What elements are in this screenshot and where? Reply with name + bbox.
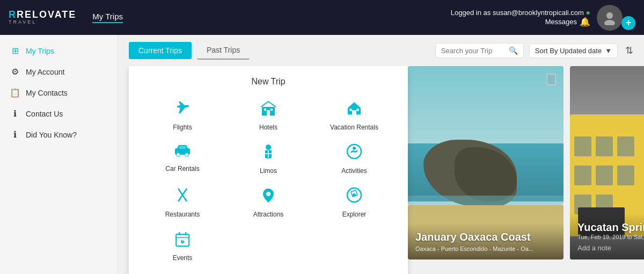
activities-icon <box>346 143 363 164</box>
tab-current-trips[interactable]: Current Trips <box>129 42 192 59</box>
trip-item-limos[interactable]: Limos <box>225 140 311 178</box>
sidebar-item-label: Contact Us <box>26 110 63 118</box>
oaxaca-card-content: January Oaxaca Coast Oaxaca - Puerto Esc… <box>408 223 564 259</box>
header-right: Logged in as susan@brooklyntropicali.com… <box>451 5 635 31</box>
trip-item-restaurants[interactable]: Restaurants <box>140 183 225 221</box>
svg-rect-6 <box>352 110 356 114</box>
trip-item-hotels[interactable]: Hotels <box>225 96 311 134</box>
yucatan-card-content: Yucatan Spring Trip Tue, Feb 19, 2019 to… <box>570 213 644 259</box>
trip-card-oaxaca[interactable]: January Oaxaca Coast Oaxaca - Puerto Esc… <box>408 66 564 259</box>
add-button[interactable]: + <box>621 16 635 30</box>
svg-point-0 <box>606 12 613 19</box>
trip-item-attractions[interactable]: Attractions <box>225 183 311 221</box>
limos-icon <box>260 143 277 164</box>
search-input[interactable] <box>441 47 506 55</box>
header: RRELOVATE TRAVEL My Trips Logged in as s… <box>0 0 644 35</box>
trip-card-yucatan[interactable]: Yucatan Spring Trip Tue, Feb 19, 2019 to… <box>570 66 644 259</box>
explorer-icon <box>346 186 363 207</box>
sidebar-item-did-you-know[interactable]: ℹ Did You Know? <box>0 124 118 145</box>
sort-dropdown-icon: ▼ <box>605 47 612 55</box>
new-trip-dropdown: New Trip Flights <box>129 66 408 274</box>
sidebar-item-label: My Trips <box>26 47 54 55</box>
cards-area: New Trip Flights <box>118 66 644 274</box>
logo-text: RRELOVATE <box>9 10 76 20</box>
trip-item-explorer[interactable]: Explorer <box>311 183 397 221</box>
vacation-rentals-label: Vacation Rentals <box>330 124 378 131</box>
svg-rect-8 <box>356 109 359 111</box>
tab-past-trips[interactable]: Past Trips <box>197 41 250 60</box>
attractions-label: Attractions <box>253 211 284 218</box>
logo: RRELOVATE TRAVEL <box>9 10 76 26</box>
svg-point-11 <box>185 153 189 157</box>
new-trip-title: New Trip <box>140 77 397 86</box>
trip-cards: January Oaxaca Coast Oaxaca - Puerto Esc… <box>408 66 644 265</box>
logged-in-email: Logged in as susan@brooklyntropicali.com… <box>451 8 590 17</box>
logo-subtitle: TRAVEL <box>9 20 76 25</box>
attractions-icon <box>260 186 277 207</box>
content-area: Current Trips Past Trips 🔍 Sort By Updat… <box>118 35 644 274</box>
yucatan-title: Yucatan Spring Trip <box>577 221 644 234</box>
svg-point-13 <box>266 145 271 150</box>
question-icon: ℹ <box>10 129 20 140</box>
sidebar-item-label: Did You Know? <box>26 131 77 139</box>
sidebar-item-my-trips[interactable]: ⊞ My Trips <box>0 40 118 61</box>
trip-item-activities[interactable]: Activities <box>311 140 397 178</box>
sidebar: ⊞ My Trips ⚙ My Account 📋 My Contacts ℹ … <box>0 35 118 274</box>
add-note-label[interactable]: Add a note <box>577 244 611 252</box>
svg-rect-5 <box>270 109 273 111</box>
restaurants-icon <box>174 186 191 207</box>
yucatan-date: Tue, Feb 19, 2019 to Sat, Mar 02, 2019 <box>577 234 644 240</box>
trip-item-vacation-rentals[interactable]: Vacation Rentals <box>311 96 397 134</box>
sidebar-item-my-contacts[interactable]: 📋 My Contacts <box>0 82 118 103</box>
svg-rect-7 <box>349 109 352 111</box>
trip-item-flights[interactable]: Flights <box>140 96 225 134</box>
restaurants-label: Restaurants <box>165 211 200 218</box>
main-layout: ⊞ My Trips ⚙ My Account 📋 My Contacts ℹ … <box>0 35 644 274</box>
svg-point-17 <box>353 147 356 150</box>
explorer-label: Explorer <box>342 211 367 218</box>
trip-item-events[interactable]: Events <box>140 227 225 265</box>
trip-item-car-rentals[interactable]: Car Rentals <box>140 140 225 178</box>
sidebar-item-contact-us[interactable]: ℹ Contact Us <box>0 103 118 124</box>
yucatan-overlay-top <box>570 66 644 81</box>
tabs-bar: Current Trips Past Trips 🔍 Sort By Updat… <box>118 35 644 66</box>
bookmark-icon[interactable] <box>546 74 556 88</box>
search-icon: 🔍 <box>509 46 518 55</box>
sort-label: Sort By Updated date <box>535 47 602 55</box>
grid-icon: ⊞ <box>10 46 20 56</box>
sidebar-item-label: My Contacts <box>26 89 68 97</box>
trip-grid: Flights Hotels <box>140 96 397 265</box>
flights-label: Flights <box>173 124 192 131</box>
svg-rect-12 <box>179 146 186 149</box>
events-icon <box>174 230 191 251</box>
flights-icon <box>174 99 191 120</box>
sort-box[interactable]: Sort By Updated date ▼ <box>529 44 618 58</box>
nav-my-trips[interactable]: My Trips <box>92 12 123 23</box>
hotels-icon <box>260 99 277 120</box>
svg-point-1 <box>604 20 615 25</box>
add-note-area: Add a note ✏ <box>577 243 644 252</box>
car-rentals-icon <box>174 143 191 162</box>
messages-row: Messages 🔔 <box>451 17 590 27</box>
logo-area: RRELOVATE TRAVEL My Trips <box>9 10 123 26</box>
svg-rect-3 <box>267 110 270 116</box>
contacts-icon: 📋 <box>10 88 20 98</box>
vacation-rentals-icon <box>346 99 363 120</box>
sidebar-item-my-account[interactable]: ⚙ My Account <box>0 61 118 82</box>
events-label: Events <box>173 254 193 262</box>
svg-point-10 <box>177 153 180 157</box>
messages-label[interactable]: Messages <box>545 18 577 26</box>
user-info: Logged in as susan@brooklyntropicali.com… <box>451 8 590 27</box>
gear-icon: ⚙ <box>10 67 20 77</box>
filter-icon[interactable]: ⇅ <box>625 45 633 56</box>
info-icon: ℹ <box>10 109 20 119</box>
bell-icon[interactable]: 🔔 <box>580 17 590 27</box>
logo-r: R <box>9 9 17 20</box>
oaxaca-subtitle: Oaxaca - Puerto Escondido - Mazunte - Oa… <box>415 246 556 252</box>
sky <box>408 66 564 153</box>
car-rentals-label: Car Rentals <box>165 165 199 172</box>
limos-label: Limos <box>260 167 277 175</box>
search-box[interactable]: 🔍 <box>435 43 524 58</box>
avatar[interactable] <box>597 5 623 31</box>
hotels-label: Hotels <box>259 124 277 131</box>
